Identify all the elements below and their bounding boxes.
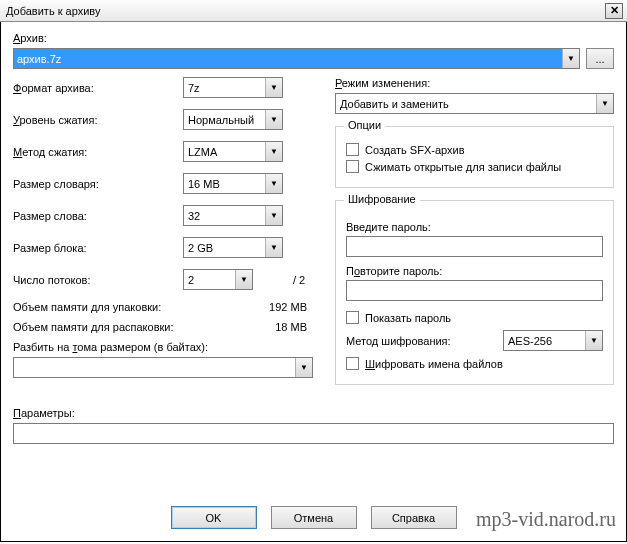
options-group: Опции Создать SFX-архив Сжимать открытые… xyxy=(335,126,614,188)
encryption-group: Шифрование Введите пароль: Повторите пар… xyxy=(335,200,614,385)
threads-label: Число потоков: xyxy=(13,274,183,286)
sfx-label: Создать SFX-архив xyxy=(365,144,465,156)
title-bar: Добавить к архиву ✕ xyxy=(0,0,627,22)
encryption-legend: Шифрование xyxy=(344,193,420,205)
encrypt-names-checkbox[interactable] xyxy=(346,357,359,370)
browse-button[interactable]: ... xyxy=(586,48,614,69)
block-size-select[interactable] xyxy=(183,237,283,258)
left-column: Формат архива: ▼ Уровень сжатия: ▼ Метод… xyxy=(13,77,313,397)
encryption-method-select[interactable] xyxy=(503,330,603,351)
dialog-content: Архив: ▼ ... Формат архива: ▼ Уровень сж… xyxy=(0,22,627,542)
memory-unpack-value: 18 MB xyxy=(275,321,307,333)
encryption-method-label: Метод шифрования: xyxy=(346,335,451,347)
threads-select[interactable] xyxy=(183,269,253,290)
cancel-button[interactable]: Отмена xyxy=(271,506,357,529)
ok-button[interactable]: OK xyxy=(171,506,257,529)
compression-level-select[interactable] xyxy=(183,109,283,130)
show-password-checkbox[interactable] xyxy=(346,311,359,324)
archive-name-input[interactable] xyxy=(13,48,580,69)
encrypt-names-label: Шифровать имена файлов xyxy=(365,358,503,370)
memory-pack-value: 192 MB xyxy=(269,301,307,313)
compression-method-select[interactable] xyxy=(183,141,283,162)
compression-level-label: Уровень сжатия: xyxy=(13,114,183,126)
help-button[interactable]: Справка xyxy=(371,506,457,529)
archive-label: Архив: xyxy=(13,32,614,44)
sfx-checkbox[interactable] xyxy=(346,143,359,156)
parameters-label: Параметры: xyxy=(13,407,614,419)
parameters-input[interactable] xyxy=(13,423,614,444)
compress-shared-checkbox[interactable] xyxy=(346,160,359,173)
password-input[interactable] xyxy=(346,236,603,257)
password-repeat-input[interactable] xyxy=(346,280,603,301)
format-label: Формат архива: xyxy=(13,82,183,94)
window-title: Добавить к архиву xyxy=(6,5,100,17)
update-mode-select[interactable] xyxy=(335,93,614,114)
block-size-label: Размер блока: xyxy=(13,242,183,254)
close-button[interactable]: ✕ xyxy=(605,3,623,19)
show-password-label: Показать пароль xyxy=(365,312,451,324)
split-label: Разбить на тома размером (в байтах): xyxy=(13,341,313,353)
options-legend: Опции xyxy=(344,119,385,131)
memory-unpack-label: Объем памяти для распаковки: xyxy=(13,321,174,333)
dictionary-size-select[interactable] xyxy=(183,173,283,194)
split-size-select[interactable] xyxy=(13,357,313,378)
close-icon: ✕ xyxy=(610,4,619,17)
password-label: Введите пароль: xyxy=(346,221,603,233)
word-size-select[interactable] xyxy=(183,205,283,226)
word-size-label: Размер слова: xyxy=(13,210,183,222)
compression-method-label: Метод сжатия: xyxy=(13,146,183,158)
compress-shared-label: Сжимать открытые для записи файлы xyxy=(365,161,561,173)
threads-max: / 2 xyxy=(293,274,305,286)
memory-pack-label: Объем памяти для упаковки: xyxy=(13,301,161,313)
right-column: Режим изменения: ▼ Опции Создать SFX-арх… xyxy=(335,77,614,397)
archive-format-select[interactable] xyxy=(183,77,283,98)
button-bar: OK Отмена Справка xyxy=(1,506,626,529)
dictionary-size-label: Размер словаря: xyxy=(13,178,183,190)
password-repeat-label: Повторите пароль: xyxy=(346,265,603,277)
update-mode-label: Режим изменения: xyxy=(335,77,614,89)
